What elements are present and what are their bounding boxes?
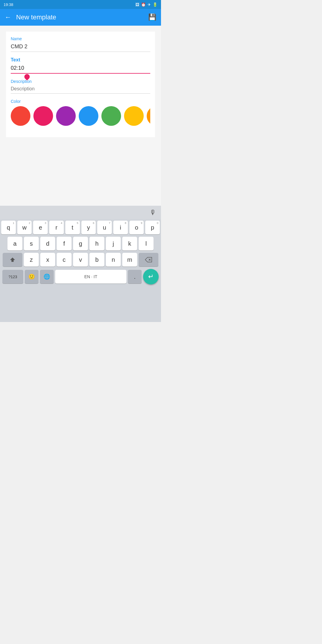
color-circles — [11, 106, 150, 126]
key-i[interactable]: i8 — [113, 221, 128, 234]
key-s[interactable]: s — [24, 237, 39, 250]
color-red[interactable] — [11, 106, 30, 126]
key-123[interactable]: ?123 — [2, 270, 23, 284]
description-label: Description — [11, 79, 150, 84]
key-d[interactable]: d — [40, 237, 55, 250]
enter-key[interactable]: ↵ — [143, 269, 159, 284]
key-n[interactable]: n — [106, 253, 121, 267]
page-title: New template — [16, 13, 56, 21]
color-green[interactable] — [101, 106, 121, 126]
back-button[interactable]: ← — [5, 13, 11, 21]
airplane-icon: ✈ — [148, 2, 151, 7]
photo-icon: 🖼 — [135, 2, 139, 7]
key-l[interactable]: l — [139, 237, 154, 250]
key-v[interactable]: v — [73, 253, 88, 267]
key-e[interactable]: e3 — [33, 221, 48, 234]
key-y[interactable]: y6 — [81, 221, 96, 234]
key-f[interactable]: f — [57, 237, 72, 250]
form-card: Name Text Description Color — [6, 32, 155, 137]
description-input[interactable] — [11, 85, 150, 94]
app-bar: ← New template 💾 — [0, 9, 161, 26]
color-label: Color — [11, 99, 150, 104]
color-orange[interactable] — [147, 106, 150, 126]
emoji-key[interactable]: 🙂 — [25, 270, 38, 284]
keyboard: 🎙 q1 w2 e3 r4 t5 y6 u7 i8 o9 p0 a s d f … — [0, 206, 161, 322]
color-amber[interactable] — [124, 106, 144, 126]
key-r[interactable]: r4 — [49, 221, 64, 234]
text-field-wrapper — [11, 64, 150, 74]
globe-key[interactable]: 🌐 — [40, 270, 54, 284]
keyboard-bottom-row: ?123 🙂 🌐 EN · IT . ↵ — [1, 269, 160, 284]
key-b[interactable]: b — [89, 253, 104, 267]
text-field-group: Text — [11, 57, 150, 74]
dot-key[interactable]: . — [128, 270, 142, 284]
color-pink[interactable] — [33, 106, 53, 126]
keyboard-row-3: z x c v b n m — [1, 253, 160, 267]
text-label: Text — [11, 57, 150, 63]
key-w[interactable]: w2 — [17, 221, 32, 234]
status-bar: 19:38 🖼 ⏰ ✈ 🔋 — [0, 0, 161, 9]
key-g[interactable]: g — [73, 237, 88, 250]
key-u[interactable]: u7 — [97, 221, 112, 234]
status-icons: 🖼 ⏰ ✈ 🔋 — [135, 2, 157, 7]
backspace-key[interactable] — [139, 253, 158, 267]
key-k[interactable]: k — [122, 237, 137, 250]
name-field-group: Name — [11, 36, 150, 52]
key-j[interactable]: j — [106, 237, 121, 250]
key-a[interactable]: a — [7, 237, 22, 250]
name-label: Name — [11, 36, 150, 41]
key-h[interactable]: h — [89, 237, 104, 250]
key-z[interactable]: z — [24, 253, 39, 267]
keyboard-row-2: a s d f g h j k l — [1, 237, 160, 250]
keyboard-row-1: q1 w2 e3 r4 t5 y6 u7 i8 o9 p0 — [1, 221, 160, 234]
space-key[interactable]: EN · IT — [55, 270, 126, 284]
key-o[interactable]: o9 — [129, 221, 144, 234]
keyboard-keys: q1 w2 e3 r4 t5 y6 u7 i8 o9 p0 a s d f g … — [0, 219, 161, 286]
key-c[interactable]: c — [57, 253, 72, 267]
text-input[interactable] — [11, 64, 150, 74]
shift-key[interactable] — [3, 253, 22, 267]
alarm-icon: ⏰ — [141, 2, 146, 7]
name-input[interactable] — [11, 42, 150, 52]
key-t[interactable]: t5 — [65, 221, 80, 234]
keyboard-mic-row: 🎙 — [0, 206, 161, 219]
key-m[interactable]: m — [122, 253, 137, 267]
key-q[interactable]: q1 — [1, 221, 16, 234]
mic-icon[interactable]: 🎙 — [150, 209, 156, 216]
status-time: 19:38 — [4, 2, 13, 7]
key-x[interactable]: x — [40, 253, 55, 267]
color-field-group: Color — [11, 99, 150, 126]
battery-icon: 🔋 — [153, 2, 157, 7]
color-blue[interactable] — [79, 106, 98, 126]
color-purple[interactable] — [56, 106, 76, 126]
key-p[interactable]: p0 — [145, 221, 160, 234]
save-button[interactable]: 💾 — [148, 13, 156, 21]
main-content: Name Text Description Color — [0, 26, 161, 206]
description-field-group: Description — [11, 79, 150, 94]
app-bar-left: ← New template — [5, 13, 56, 21]
